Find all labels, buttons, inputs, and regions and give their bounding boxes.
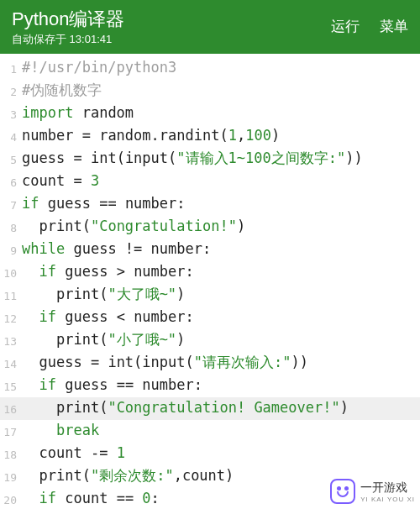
code-content[interactable]: count -= 1 [22, 443, 420, 465]
watermark-sub: YI KAI YOU XI [360, 496, 415, 503]
code-line[interactable]: 16 print("Congratulation! Gameover!") [0, 397, 420, 420]
code-line[interactable]: 6count = 3 [0, 171, 420, 193]
watermark-main: 一开游戏 [360, 480, 407, 494]
line-number: 18 [0, 443, 22, 465]
code-content[interactable]: #!/usr/bin/python3 [22, 57, 420, 80]
code-content[interactable]: print("大了哦~") [22, 284, 420, 307]
line-number: 9 [0, 239, 22, 261]
code-line[interactable]: 15 if guess == number: [0, 375, 420, 397]
app-title: Python编译器 [12, 8, 125, 30]
code-line[interactable]: 18 count -= 1 [0, 443, 420, 465]
code-content[interactable]: if guess == number: [22, 375, 420, 397]
code-line[interactable]: 3import random [0, 102, 420, 125]
code-content[interactable]: guess = int(input("请输入1~100之间数字:")) [22, 148, 420, 171]
autosave-status: 自动保存于 13:01:41 [12, 32, 125, 47]
line-number: 2 [0, 80, 22, 102]
line-number: 4 [0, 125, 22, 148]
code-editor[interactable]: 1#!/usr/bin/python32#伪随机数字3import random… [0, 54, 420, 509]
code-content[interactable]: while guess != number: [22, 239, 420, 261]
code-content[interactable]: print("Congratulation! Gameover!") [22, 397, 420, 420]
code-content[interactable]: break [22, 420, 420, 443]
watermark-text: 一开游戏 YI KAI YOU XI [360, 480, 415, 503]
code-content[interactable]: number = random.randint(1,100) [22, 125, 420, 148]
line-number: 3 [0, 102, 22, 125]
line-number: 16 [0, 397, 22, 420]
code-line[interactable]: 10 if guess > number: [0, 261, 420, 284]
code-line[interactable]: 14 guess = int(input("请再次输入:")) [0, 352, 420, 375]
menu-button[interactable]: 菜单 [380, 17, 408, 36]
line-number: 8 [0, 216, 22, 239]
run-button[interactable]: 运行 [331, 17, 360, 36]
line-number: 19 [0, 465, 22, 488]
watermark-icon [330, 479, 355, 504]
line-number: 12 [0, 307, 22, 329]
code-content[interactable]: print("小了哦~") [22, 329, 420, 352]
line-number: 11 [0, 284, 22, 307]
line-number: 17 [0, 420, 22, 443]
code-content[interactable]: if guess < number: [22, 307, 420, 329]
code-line[interactable]: 17 break [0, 420, 420, 443]
line-number: 15 [0, 375, 22, 397]
code-content[interactable]: if guess == number: [22, 193, 420, 216]
code-line[interactable]: 4number = random.randint(1,100) [0, 125, 420, 148]
code-content[interactable]: import random [22, 102, 420, 125]
app-header: Python编译器 自动保存于 13:01:41 运行 菜单 [0, 0, 420, 54]
code-line[interactable]: 2#伪随机数字 [0, 80, 420, 102]
line-number: 5 [0, 148, 22, 171]
code-line[interactable]: 13 print("小了哦~") [0, 329, 420, 352]
line-number: 1 [0, 57, 22, 80]
code-content[interactable]: print("Congratulation!") [22, 216, 420, 239]
watermark: 一开游戏 YI KAI YOU XI [330, 479, 415, 504]
code-content[interactable]: if guess > number: [22, 261, 420, 284]
code-line[interactable]: 1#!/usr/bin/python3 [0, 57, 420, 80]
code-line[interactable]: 5guess = int(input("请输入1~100之间数字:")) [0, 148, 420, 171]
code-content[interactable]: count = 3 [22, 171, 420, 193]
code-line[interactable]: 12 if guess < number: [0, 307, 420, 329]
line-number: 13 [0, 329, 22, 352]
code-line[interactable]: 8 print("Congratulation!") [0, 216, 420, 239]
code-content[interactable]: guess = int(input("请再次输入:")) [22, 352, 420, 375]
code-line[interactable]: 11 print("大了哦~") [0, 284, 420, 307]
code-line[interactable]: 9while guess != number: [0, 239, 420, 261]
line-number: 14 [0, 352, 22, 375]
line-number: 10 [0, 261, 22, 284]
header-actions: 运行 菜单 [331, 8, 408, 36]
code-line[interactable]: 7if guess == number: [0, 193, 420, 216]
header-left: Python编译器 自动保存于 13:01:41 [12, 8, 125, 47]
code-content[interactable]: #伪随机数字 [22, 80, 420, 102]
line-number: 20 [0, 488, 22, 509]
line-number: 6 [0, 171, 22, 193]
line-number: 7 [0, 193, 22, 216]
